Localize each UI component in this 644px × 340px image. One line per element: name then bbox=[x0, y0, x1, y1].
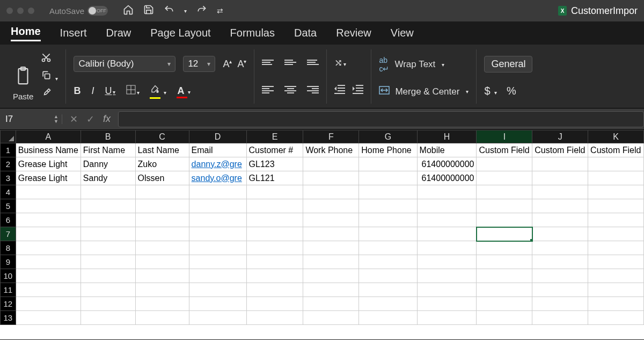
cell-H3[interactable]: 61400000000 bbox=[417, 171, 477, 185]
enter-formula-icon[interactable]: ✓ bbox=[86, 113, 94, 125]
cell-B11[interactable] bbox=[80, 283, 135, 297]
orientation-icon[interactable]: ⤭▾ bbox=[334, 57, 346, 69]
format-painter-icon[interactable] bbox=[41, 88, 58, 101]
cell-D6[interactable] bbox=[189, 213, 246, 227]
cell-E10[interactable] bbox=[246, 269, 303, 283]
cell-B5[interactable] bbox=[80, 199, 135, 213]
percent-icon[interactable]: % bbox=[507, 85, 516, 97]
cell-G13[interactable] bbox=[359, 311, 417, 325]
cell-G9[interactable] bbox=[359, 255, 417, 269]
cell-C9[interactable] bbox=[135, 255, 189, 269]
cell-A11[interactable] bbox=[16, 283, 80, 297]
cell-I3[interactable] bbox=[477, 171, 532, 185]
cell-J5[interactable] bbox=[532, 199, 588, 213]
cell-E13[interactable] bbox=[246, 311, 303, 325]
italic-button[interactable]: I bbox=[91, 85, 94, 97]
column-header-D[interactable]: D bbox=[189, 131, 246, 143]
cell-H9[interactable] bbox=[417, 255, 477, 269]
column-header-J[interactable]: J bbox=[532, 131, 588, 143]
cell-J3[interactable] bbox=[532, 171, 588, 185]
cell-F5[interactable] bbox=[303, 199, 359, 213]
cell-D9[interactable] bbox=[189, 255, 246, 269]
align-bottom-icon[interactable] bbox=[307, 60, 319, 65]
cell-I7[interactable] bbox=[477, 227, 532, 241]
tab-draw[interactable]: Draw bbox=[106, 27, 131, 39]
tab-review[interactable]: Review bbox=[336, 27, 371, 39]
cell-K13[interactable] bbox=[588, 311, 644, 325]
cell-I11[interactable] bbox=[477, 283, 532, 297]
merge-center-button[interactable]: Merge & Center ▾ bbox=[379, 86, 469, 97]
number-format-select[interactable]: General bbox=[484, 56, 532, 73]
undo-icon[interactable] bbox=[164, 4, 174, 18]
cell-B10[interactable] bbox=[80, 269, 135, 283]
cell-H7[interactable] bbox=[417, 227, 477, 241]
cell-A3[interactable]: Grease Light bbox=[16, 171, 80, 185]
cell-K8[interactable] bbox=[588, 241, 644, 255]
cell-F7[interactable] bbox=[303, 227, 359, 241]
tab-page-layout[interactable]: Page Layout bbox=[150, 27, 210, 39]
currency-icon[interactable]: $ ▾ bbox=[484, 85, 497, 97]
cell-A6[interactable] bbox=[16, 213, 80, 227]
wrap-text-button[interactable]: abc↵ Wrap Text ▾ bbox=[379, 56, 469, 73]
cell-I10[interactable] bbox=[477, 269, 532, 283]
cell-K1[interactable]: Custom Field bbox=[588, 143, 644, 157]
cell-I1[interactable]: Custom Field bbox=[477, 143, 532, 157]
cell-D8[interactable] bbox=[189, 241, 246, 255]
column-header-I[interactable]: I bbox=[477, 131, 532, 143]
cell-B2[interactable]: Danny bbox=[80, 157, 135, 171]
row-header-2[interactable]: 2 bbox=[1, 157, 16, 171]
cell-J1[interactable]: Custom Field bbox=[532, 143, 588, 157]
spreadsheet-grid[interactable]: ABCDEFGHIJK1Business NameFirst NameLast … bbox=[0, 130, 644, 339]
tab-formulas[interactable]: Formulas bbox=[230, 27, 275, 39]
cell-G5[interactable] bbox=[359, 199, 417, 213]
cell-D7[interactable] bbox=[189, 227, 246, 241]
cell-F12[interactable] bbox=[303, 297, 359, 311]
copy-icon[interactable]: ▾ bbox=[41, 70, 58, 83]
column-header-C[interactable]: C bbox=[135, 131, 189, 143]
select-all-corner[interactable] bbox=[1, 131, 16, 143]
cell-A9[interactable] bbox=[16, 255, 80, 269]
fill-color-icon[interactable]: ▾ bbox=[150, 85, 166, 97]
cell-J4[interactable] bbox=[532, 185, 588, 199]
cell-C13[interactable] bbox=[135, 311, 189, 325]
cell-G12[interactable] bbox=[359, 297, 417, 311]
minimize-window-icon[interactable] bbox=[17, 8, 24, 14]
cell-G2[interactable] bbox=[359, 157, 417, 171]
cell-B8[interactable] bbox=[80, 241, 135, 255]
cell-G8[interactable] bbox=[359, 241, 417, 255]
align-right-icon[interactable] bbox=[307, 86, 319, 93]
cell-D5[interactable] bbox=[189, 199, 246, 213]
cell-J11[interactable] bbox=[532, 283, 588, 297]
cell-I4[interactable] bbox=[477, 185, 532, 199]
cell-E11[interactable] bbox=[246, 283, 303, 297]
cell-C3[interactable]: Olssen bbox=[135, 171, 189, 185]
cut-icon[interactable] bbox=[41, 52, 58, 66]
cell-A13[interactable] bbox=[16, 311, 80, 325]
customize-qat-icon[interactable]: ⇄ bbox=[217, 6, 223, 15]
autosave-toggle[interactable]: AutoSave OFF bbox=[49, 6, 108, 16]
row-header-4[interactable]: 4 bbox=[1, 185, 16, 199]
cell-I2[interactable] bbox=[477, 157, 532, 171]
cell-C8[interactable] bbox=[135, 241, 189, 255]
cell-K6[interactable] bbox=[588, 213, 644, 227]
cell-A5[interactable] bbox=[16, 199, 80, 213]
cell-E2[interactable]: GL123 bbox=[246, 157, 303, 171]
row-header-6[interactable]: 6 bbox=[1, 213, 16, 227]
column-header-K[interactable]: K bbox=[588, 131, 644, 143]
cell-H8[interactable] bbox=[417, 241, 477, 255]
cell-J8[interactable] bbox=[532, 241, 588, 255]
column-header-A[interactable]: A bbox=[16, 131, 80, 143]
cell-D4[interactable] bbox=[189, 185, 246, 199]
tab-view[interactable]: View bbox=[391, 27, 414, 39]
row-header-5[interactable]: 5 bbox=[1, 199, 16, 213]
paste-button[interactable]: Paste bbox=[13, 66, 33, 101]
cell-D10[interactable] bbox=[189, 269, 246, 283]
cell-C10[interactable] bbox=[135, 269, 189, 283]
tab-home[interactable]: Home bbox=[11, 25, 41, 41]
name-box-stepper[interactable]: ▲▼ bbox=[54, 114, 62, 124]
cell-B7[interactable] bbox=[80, 227, 135, 241]
cell-F13[interactable] bbox=[303, 311, 359, 325]
formula-input[interactable] bbox=[118, 111, 644, 127]
cell-A1[interactable]: Business Name bbox=[16, 143, 80, 157]
cell-C7[interactable] bbox=[135, 227, 189, 241]
